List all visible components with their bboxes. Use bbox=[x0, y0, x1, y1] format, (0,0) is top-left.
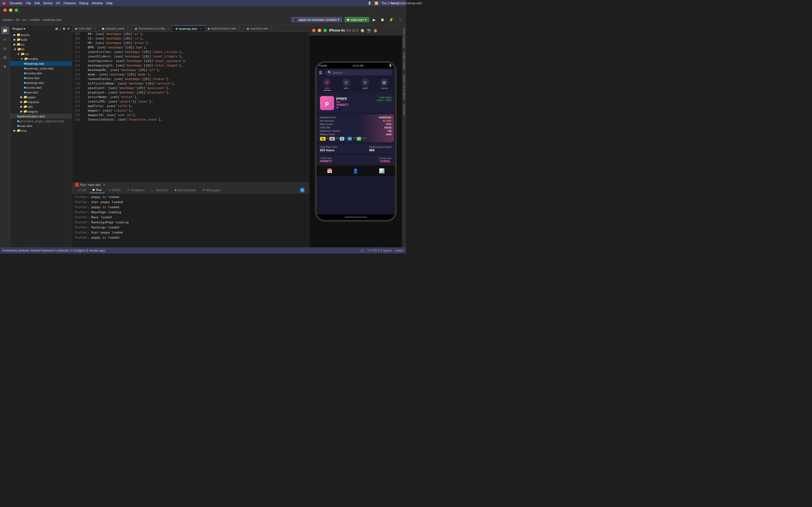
tab-close-icon[interactable]: ✕ bbox=[199, 27, 202, 30]
menu-debug[interactable]: Debug bbox=[79, 1, 88, 5]
tab-xcconfig[interactable]: ◆ Generated.xcconfig ✕ bbox=[132, 25, 172, 32]
play-icon-btn[interactable]: ▶ bbox=[371, 17, 377, 22]
search-icon: 🔍 bbox=[327, 71, 332, 74]
tab-close-icon[interactable]: ✕ bbox=[271, 27, 273, 30]
activity-commit[interactable]: ✔ bbox=[1, 36, 9, 43]
phone-home-icon[interactable]: 🏠 bbox=[360, 29, 364, 33]
mode-osu[interactable]: ⊙ osu! bbox=[323, 78, 331, 91]
mode-mania[interactable]: ▦ mania bbox=[380, 78, 388, 91]
menu-simulator[interactable]: Simulator bbox=[10, 1, 22, 5]
tab-authentication-dart[interactable]: ◆ authentication.dart ✕ bbox=[205, 25, 244, 32]
tree-item-build[interactable]: ▶ 📁 build bbox=[10, 37, 72, 42]
tree-item-models[interactable]: ▼ 📂 models bbox=[10, 56, 72, 61]
tree-item-rankings[interactable]: ◆ rankings.dart bbox=[10, 80, 72, 85]
phone-lock-icon[interactable]: 🔒 bbox=[373, 29, 377, 33]
tree-item-ios[interactable]: ▶ 📁 ios bbox=[10, 42, 72, 47]
tree-item-authentication[interactable]: ◆ authentication.dart bbox=[10, 114, 72, 119]
nav-calendar-btn[interactable]: 📅 bbox=[325, 166, 334, 175]
menu-window[interactable]: Window bbox=[92, 1, 103, 5]
nav-chart-btn[interactable]: 📊 bbox=[377, 166, 386, 175]
breadcrumb-src[interactable]: src bbox=[22, 18, 27, 21]
hamburger-menu-icon[interactable]: ☰ bbox=[319, 70, 322, 75]
tree-close-icon[interactable]: ✕ bbox=[67, 27, 70, 31]
search-bar[interactable]: 🔍 Search bbox=[325, 69, 393, 75]
emulator-label[interactable]: Emulator bbox=[402, 102, 406, 118]
menu-file[interactable]: File bbox=[26, 1, 31, 5]
device-file-explorer-label[interactable]: Device File Explorer bbox=[402, 72, 406, 102]
run-icon: ▶ bbox=[347, 18, 350, 21]
menu-help[interactable]: Help bbox=[106, 1, 112, 5]
tree-item-scores[interactable]: ◆ scores.dart bbox=[10, 85, 72, 90]
breadcrumb-models[interactable]: models bbox=[30, 18, 40, 21]
menu-device[interactable]: Device bbox=[43, 1, 53, 5]
mode-catch[interactable]: ⊕ catch bbox=[361, 78, 369, 91]
breadcrumb-tracksu[interactable]: tracksu bbox=[3, 18, 13, 21]
code-line-120: 120 playCount: json['beatmaps'][0]['play… bbox=[72, 91, 309, 95]
tree-collapse-icon[interactable]: ↕ bbox=[59, 27, 61, 31]
tab-main-dart[interactable]: ◆ main.dart ✕ bbox=[72, 25, 99, 32]
apple-menu-icon[interactable]: 🍎 bbox=[2, 1, 6, 5]
run-icon: ▶ bbox=[93, 188, 95, 191]
mode-taiko[interactable]: ◎ taiko bbox=[342, 78, 350, 91]
tree-item-user[interactable]: ◆ user.dart bbox=[10, 90, 72, 95]
tree-item-generated-plugin[interactable]: ◆ generated_plugin_registrant.dart bbox=[10, 119, 72, 123]
phone-camera-icon[interactable]: 📷 bbox=[367, 29, 371, 33]
tab-pubspec-yaml[interactable]: ◆ pubspec.yaml ✕ bbox=[99, 25, 132, 32]
lightning-icon-btn[interactable]: ⚡ bbox=[388, 17, 395, 22]
tree-item-main[interactable]: ◆ main.dart bbox=[10, 123, 72, 128]
bottom-tab-run[interactable]: ▶ Run bbox=[90, 187, 105, 193]
flutter-inspector-label[interactable]: Flutter Inspector bbox=[402, 25, 406, 50]
maximize-button[interactable] bbox=[15, 8, 18, 12]
tree-item-widgets[interactable]: ▶ 📁 widgets bbox=[10, 109, 72, 114]
flutter-outline-label[interactable]: Flutter Outline bbox=[402, 50, 406, 72]
bottom-tab-todo[interactable]: ≡ TODO bbox=[106, 187, 123, 193]
activity-project[interactable]: 📁 bbox=[1, 26, 9, 34]
tab-beatmap-dart[interactable]: ◆ beatmap.dart ✕ bbox=[172, 25, 205, 32]
stop-icon-btn[interactable]: ⏹ bbox=[379, 17, 386, 22]
bottom-tab-terminal[interactable]: >_ Terminal bbox=[148, 187, 170, 193]
tree-item-beatmap-score[interactable]: ◆ beatmap_score.dart bbox=[10, 66, 72, 71]
run-button[interactable]: ▶ main.dart ▾ bbox=[345, 17, 369, 22]
menu-edit[interactable]: Edit bbox=[35, 1, 40, 5]
tab-close-icon[interactable]: ✕ bbox=[126, 27, 129, 30]
phone-maximize[interactable] bbox=[323, 29, 327, 32]
menu-features[interactable]: Features bbox=[63, 1, 75, 5]
tab-close-icon[interactable]: ✕ bbox=[239, 27, 241, 30]
run-stop-button[interactable] bbox=[75, 183, 79, 187]
phone-close[interactable] bbox=[312, 29, 315, 32]
tree-item-lib[interactable]: ▼ 📂 lib bbox=[10, 47, 72, 52]
bottom-tab-git[interactable]: ⎇ Git bbox=[74, 187, 89, 193]
play-time-value: 203 hours bbox=[320, 149, 337, 152]
tree-item-linux[interactable]: ▶ 📁 linux bbox=[10, 128, 72, 133]
tree-item-beatmap[interactable]: ◆ beatmap.dart bbox=[10, 61, 72, 66]
activity-pull-requests[interactable]: ⇄ bbox=[1, 45, 9, 52]
tree-item-assets[interactable]: ▶ 📁 assets bbox=[10, 33, 72, 37]
bottom-tab-problems[interactable]: ⚠ Problems bbox=[124, 187, 147, 193]
run-tab-close[interactable]: ✕ bbox=[103, 183, 105, 187]
nav-user-btn[interactable]: 👤 bbox=[351, 166, 360, 175]
activity-favorites[interactable]: ★ bbox=[1, 62, 9, 70]
tree-layout-icon[interactable]: ⊞ bbox=[55, 27, 58, 31]
close-button[interactable] bbox=[3, 8, 7, 12]
bottom-tab-dart-analysis[interactable]: ◆ Dart Analysis bbox=[171, 187, 199, 193]
simulator-config-button[interactable]: 📱 apple ios simulator (mobile) ▾ bbox=[291, 17, 343, 22]
tree-item-country[interactable]: ◆ country.dart bbox=[10, 71, 72, 75]
tab-close-icon[interactable]: ✕ bbox=[94, 27, 96, 30]
menu-io[interactable]: I/O bbox=[56, 1, 60, 5]
minimize-button[interactable] bbox=[9, 8, 12, 12]
tree-settings-icon[interactable]: ⚙ bbox=[63, 27, 65, 31]
tree-item-src[interactable]: ▼ 📂 src bbox=[10, 52, 72, 56]
breadcrumb-lib[interactable]: lib bbox=[16, 18, 19, 21]
tree-item-pages[interactable]: ▶ 📁 pages bbox=[10, 95, 72, 100]
more-options-btn[interactable]: ⋮ bbox=[397, 17, 403, 22]
code-editor[interactable]: 107 AR: json['beatmaps'][0]['ar'], 108 C… bbox=[72, 32, 309, 182]
activity-structure[interactable]: ⊞ bbox=[1, 54, 9, 61]
tree-item-utils[interactable]: ▶ 📁 utils bbox=[10, 104, 72, 109]
tab-close-icon[interactable]: ✕ bbox=[167, 27, 169, 30]
bottom-tab-messages[interactable]: ✉ Messages bbox=[200, 187, 223, 193]
tree-item-news[interactable]: ◆ news.dart bbox=[10, 75, 72, 80]
tree-item-requests[interactable]: ▶ 📁 requests bbox=[10, 100, 72, 104]
breadcrumb-file[interactable]: beatmap.dart bbox=[43, 18, 61, 21]
tab-requests-dart[interactable]: ◆ requests.dart ✕ bbox=[244, 25, 276, 32]
phone-minimize[interactable] bbox=[318, 29, 321, 32]
